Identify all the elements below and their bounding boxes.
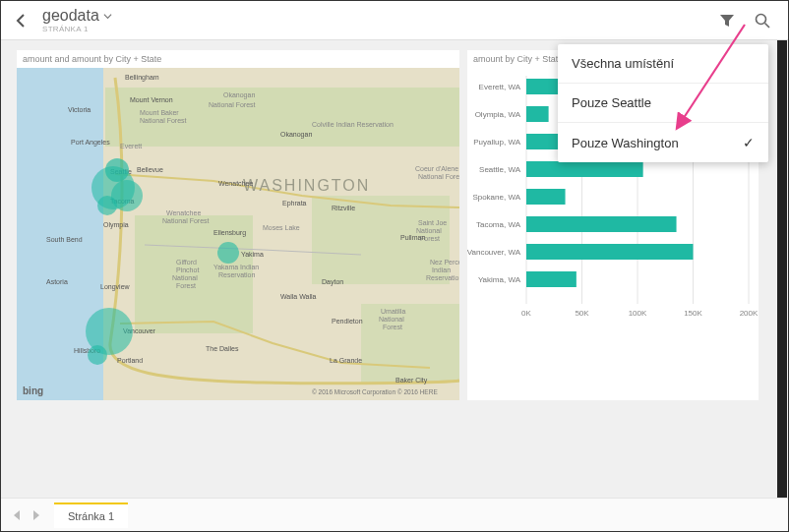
title-block: geodata STRÁNKA 1	[42, 7, 717, 33]
svg-text:Mount Baker: Mount Baker	[140, 109, 179, 116]
svg-point-0	[757, 14, 766, 24]
svg-text:Yakima: Yakima	[241, 251, 264, 258]
svg-text:South Bend: South Bend	[46, 236, 83, 243]
search-icon	[754, 12, 771, 30]
svg-text:Vancouver, WA: Vancouver, WA	[467, 248, 521, 257]
svg-text:Okanogan: Okanogan	[280, 131, 312, 139]
chevron-down-icon	[103, 12, 112, 21]
svg-rect-88	[526, 189, 566, 205]
dropdown-item-all[interactable]: Všechna umístění	[558, 44, 768, 84]
svg-text:Ritzville: Ritzville	[332, 205, 355, 211]
svg-text:Olympia, WA: Olympia, WA	[475, 110, 521, 119]
svg-text:National Forest: National Forest	[162, 217, 210, 224]
report-title-text: geodata	[42, 7, 99, 25]
chevron-left-icon	[15, 13, 27, 29]
triangle-left-icon	[13, 510, 21, 520]
map-state-label: WASHINGTON	[243, 177, 370, 194]
svg-text:Gifford: Gifford	[176, 259, 197, 266]
filter-button[interactable]	[717, 11, 737, 30]
search-button[interactable]	[753, 11, 772, 30]
svg-text:Astoria: Astoria	[46, 278, 68, 285]
prev-page-button[interactable]	[7, 505, 27, 525]
svg-text:Forest: Forest	[176, 282, 196, 289]
svg-text:Forest: Forest	[383, 324, 402, 330]
header-actions	[717, 11, 780, 30]
svg-text:Victoria: Victoria	[68, 106, 91, 113]
svg-text:Longview: Longview	[100, 283, 131, 291]
svg-rect-80	[526, 79, 560, 94]
svg-rect-8	[361, 304, 459, 383]
svg-text:National Forest: National Forest	[140, 117, 187, 124]
svg-text:Walla Walla: Walla Walla	[280, 293, 317, 300]
map-attribution-right: © 2016 Microsoft Corporation © 2016 HERE	[312, 388, 438, 396]
svg-text:Tacoma, WA: Tacoma, WA	[476, 220, 521, 229]
svg-text:National Forest: National Forest	[209, 101, 256, 108]
svg-text:Ellensburg: Ellensburg	[213, 229, 246, 237]
triangle-right-icon	[32, 510, 40, 520]
svg-rect-94	[526, 271, 577, 287]
svg-text:Reservation: Reservation	[218, 271, 255, 278]
map-title: amount and amount by City + State	[17, 50, 459, 68]
map-svg: WASHINGTON Okanogan National Forest Colv…	[17, 68, 459, 400]
svg-text:Moses Lake: Moses Lake	[263, 224, 300, 231]
svg-text:Colville Indian Reservation: Colville Indian Reservation	[312, 121, 394, 128]
svg-text:Wenatchee: Wenatchee	[218, 180, 253, 187]
svg-point-65	[97, 196, 117, 215]
svg-text:200K: 200K	[740, 309, 759, 318]
svg-text:Portland: Portland	[117, 357, 143, 364]
svg-text:Ephrata: Ephrata	[282, 200, 307, 207]
svg-text:Bellingham: Bellingham	[125, 74, 159, 82]
svg-text:The Dalles: The Dalles	[206, 345, 239, 352]
page-tab[interactable]: Stránka 1	[54, 502, 128, 528]
svg-text:Umatilla: Umatilla	[381, 308, 405, 315]
dropdown-item-washington[interactable]: Pouze Washington ✓	[558, 123, 768, 162]
svg-text:Olympia: Olympia	[103, 221, 129, 229]
svg-rect-82	[526, 106, 549, 122]
svg-text:Pullman: Pullman	[400, 234, 425, 241]
svg-rect-92	[526, 244, 694, 260]
svg-text:Puyallup, WA: Puyallup, WA	[473, 138, 520, 147]
svg-text:50K: 50K	[575, 309, 589, 318]
page-subtitle: STRÁNKA 1	[42, 25, 717, 33]
svg-text:Seattle, WA: Seattle, WA	[479, 165, 521, 174]
svg-text:0K: 0K	[521, 309, 531, 318]
svg-text:Yakama Indian: Yakama Indian	[213, 264, 259, 270]
svg-text:Okanogan: Okanogan	[223, 91, 255, 99]
svg-line-1	[765, 23, 770, 28]
svg-text:Coeur d'Alene: Coeur d'Alene	[415, 165, 458, 172]
svg-text:150K: 150K	[684, 309, 702, 318]
svg-point-66	[217, 242, 239, 264]
svg-text:Nez Perce: Nez Perce	[430, 259, 459, 266]
svg-text:Port Angeles: Port Angeles	[71, 139, 110, 147]
svg-text:Yakima, WA: Yakima, WA	[478, 275, 521, 284]
svg-text:Pendleton: Pendleton	[332, 318, 363, 325]
svg-text:National Forest: National Forest	[418, 173, 459, 180]
svg-text:Reservation: Reservation	[426, 274, 459, 281]
svg-text:Bellevue: Bellevue	[137, 166, 163, 173]
svg-text:Everett: Everett	[120, 143, 142, 149]
dropdown-item-label: Všechna umístění	[572, 56, 674, 71]
dropdown-item-label: Pouze Seattle	[572, 95, 651, 110]
svg-text:Pinchot: Pinchot	[176, 266, 199, 273]
filter-icon	[718, 12, 736, 30]
vertical-scrollbar[interactable]	[777, 40, 787, 498]
svg-point-68	[88, 345, 107, 365]
next-page-button[interactable]	[27, 505, 46, 525]
svg-text:Indian: Indian	[432, 266, 451, 273]
dropdown-item-seattle[interactable]: Pouze Seattle	[558, 84, 768, 123]
svg-text:La Grande: La Grande	[330, 357, 362, 364]
svg-text:Everett, WA: Everett, WA	[479, 83, 521, 91]
svg-rect-90	[526, 216, 677, 232]
svg-text:100K: 100K	[629, 309, 647, 318]
app-header: geodata STRÁNKA 1	[1, 1, 788, 40]
svg-text:Mount Vernon: Mount Vernon	[130, 96, 173, 103]
page-tab-label: Stránka 1	[68, 510, 114, 522]
svg-text:Dayton: Dayton	[322, 278, 343, 286]
back-button[interactable]	[9, 9, 32, 32]
svg-text:National: National	[172, 274, 198, 281]
report-title[interactable]: geodata	[42, 7, 717, 25]
map-visual[interactable]: amount and amount by City + State WASHIN…	[17, 50, 459, 400]
svg-text:National: National	[416, 227, 442, 234]
page-footer: Stránka 1	[1, 498, 788, 531]
map-attribution-left: bing	[23, 385, 43, 396]
